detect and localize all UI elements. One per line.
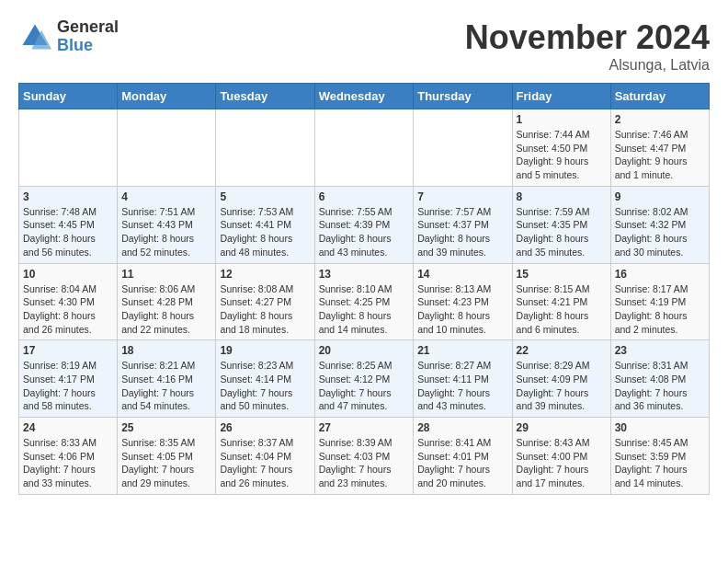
day-cell-27: 27Sunrise: 8:39 AM Sunset: 4:03 PM Dayli…: [314, 418, 414, 495]
day-number: 8: [517, 190, 607, 203]
calendar-body: 1Sunrise: 7:44 AM Sunset: 4:50 PM Daylig…: [19, 109, 710, 495]
logo-blue-text: Blue: [57, 37, 119, 55]
day-number: 14: [417, 268, 507, 281]
day-info: Sunrise: 7:55 AM Sunset: 4:39 PM Dayligh…: [319, 205, 410, 259]
weekday-friday: Friday: [512, 84, 610, 109]
day-number: 16: [615, 268, 705, 281]
day-number: 5: [220, 190, 310, 203]
day-cell-22: 22Sunrise: 8:29 AM Sunset: 4:09 PM Dayli…: [512, 340, 610, 418]
day-number: 1: [517, 113, 607, 126]
day-number: 9: [615, 190, 705, 203]
day-number: 18: [121, 344, 211, 357]
day-cell-19: 19Sunrise: 8:23 AM Sunset: 4:14 PM Dayli…: [216, 340, 314, 418]
empty-cell: [414, 109, 512, 187]
day-info: Sunrise: 8:27 AM Sunset: 4:11 PM Dayligh…: [417, 359, 507, 413]
day-number: 3: [23, 190, 113, 203]
weekday-thursday: Thursday: [414, 84, 512, 109]
day-info: Sunrise: 8:45 AM Sunset: 3:59 PM Dayligh…: [615, 436, 705, 490]
day-info: Sunrise: 7:59 AM Sunset: 4:35 PM Dayligh…: [517, 205, 607, 259]
empty-cell: [19, 109, 118, 187]
day-info: Sunrise: 8:08 AM Sunset: 4:27 PM Dayligh…: [220, 282, 310, 337]
weekday-tuesday: Tuesday: [216, 84, 314, 109]
day-cell-4: 4Sunrise: 7:51 AM Sunset: 4:43 PM Daylig…: [118, 186, 216, 263]
day-cell-24: 24Sunrise: 8:33 AM Sunset: 4:06 PM Dayli…: [19, 418, 118, 495]
day-cell-1: 1Sunrise: 7:44 AM Sunset: 4:50 PM Daylig…: [512, 109, 610, 187]
location-title: Alsunga, Latvia: [465, 57, 710, 74]
day-cell-3: 3Sunrise: 7:48 AM Sunset: 4:45 PM Daylig…: [19, 186, 118, 263]
day-number: 23: [615, 344, 705, 357]
day-info: Sunrise: 8:04 AM Sunset: 4:30 PM Dayligh…: [23, 282, 113, 337]
day-cell-18: 18Sunrise: 8:21 AM Sunset: 4:16 PM Dayli…: [118, 340, 216, 418]
day-cell-2: 2Sunrise: 7:46 AM Sunset: 4:47 PM Daylig…: [610, 109, 709, 187]
day-cell-26: 26Sunrise: 8:37 AM Sunset: 4:04 PM Dayli…: [216, 418, 314, 495]
day-info: Sunrise: 8:23 AM Sunset: 4:14 PM Dayligh…: [220, 359, 310, 413]
day-info: Sunrise: 8:19 AM Sunset: 4:17 PM Dayligh…: [23, 359, 113, 413]
day-cell-11: 11Sunrise: 8:06 AM Sunset: 4:28 PM Dayli…: [118, 263, 216, 340]
day-cell-14: 14Sunrise: 8:13 AM Sunset: 4:23 PM Dayli…: [414, 263, 512, 340]
day-number: 22: [517, 344, 607, 357]
week-row-3: 10Sunrise: 8:04 AM Sunset: 4:30 PM Dayli…: [19, 263, 710, 340]
empty-cell: [118, 109, 216, 187]
day-info: Sunrise: 7:53 AM Sunset: 4:41 PM Dayligh…: [220, 205, 310, 259]
day-info: Sunrise: 8:10 AM Sunset: 4:25 PM Dayligh…: [319, 282, 410, 337]
day-cell-12: 12Sunrise: 8:08 AM Sunset: 4:27 PM Dayli…: [216, 263, 314, 340]
week-row-1: 1Sunrise: 7:44 AM Sunset: 4:50 PM Daylig…: [19, 109, 710, 187]
calendar-table: SundayMondayTuesdayWednesdayThursdayFrid…: [18, 83, 710, 495]
logo-general-text: General: [57, 18, 119, 37]
day-cell-21: 21Sunrise: 8:27 AM Sunset: 4:11 PM Dayli…: [414, 340, 512, 418]
day-cell-30: 30Sunrise: 8:45 AM Sunset: 3:59 PM Dayli…: [610, 418, 709, 495]
week-row-4: 17Sunrise: 8:19 AM Sunset: 4:17 PM Dayli…: [19, 340, 710, 418]
day-number: 29: [517, 421, 607, 434]
empty-cell: [314, 109, 414, 187]
empty-cell: [216, 109, 314, 187]
day-cell-29: 29Sunrise: 8:43 AM Sunset: 4:00 PM Dayli…: [512, 418, 610, 495]
weekday-saturday: Saturday: [610, 84, 709, 109]
weekday-header-row: SundayMondayTuesdayWednesdayThursdayFrid…: [19, 84, 710, 109]
day-info: Sunrise: 8:41 AM Sunset: 4:01 PM Dayligh…: [417, 436, 507, 490]
weekday-wednesday: Wednesday: [314, 84, 414, 109]
logo-icon: [18, 20, 51, 53]
day-info: Sunrise: 7:46 AM Sunset: 4:47 PM Dayligh…: [615, 128, 705, 182]
day-number: 15: [517, 268, 607, 281]
day-info: Sunrise: 7:57 AM Sunset: 4:37 PM Dayligh…: [417, 205, 507, 259]
day-info: Sunrise: 8:13 AM Sunset: 4:23 PM Dayligh…: [417, 282, 507, 337]
day-cell-25: 25Sunrise: 8:35 AM Sunset: 4:05 PM Dayli…: [118, 418, 216, 495]
day-number: 13: [319, 268, 410, 281]
day-cell-17: 17Sunrise: 8:19 AM Sunset: 4:17 PM Dayli…: [19, 340, 118, 418]
day-cell-6: 6Sunrise: 7:55 AM Sunset: 4:39 PM Daylig…: [314, 186, 414, 263]
day-info: Sunrise: 8:17 AM Sunset: 4:19 PM Dayligh…: [615, 282, 705, 337]
day-number: 17: [23, 344, 113, 357]
week-row-5: 24Sunrise: 8:33 AM Sunset: 4:06 PM Dayli…: [19, 418, 710, 495]
day-cell-7: 7Sunrise: 7:57 AM Sunset: 4:37 PM Daylig…: [414, 186, 512, 263]
day-info: Sunrise: 7:48 AM Sunset: 4:45 PM Dayligh…: [23, 205, 113, 259]
day-number: 4: [121, 190, 211, 203]
day-cell-23: 23Sunrise: 8:31 AM Sunset: 4:08 PM Dayli…: [610, 340, 709, 418]
day-number: 11: [121, 268, 211, 281]
day-info: Sunrise: 8:06 AM Sunset: 4:28 PM Dayligh…: [121, 282, 211, 337]
day-info: Sunrise: 8:35 AM Sunset: 4:05 PM Dayligh…: [121, 436, 211, 490]
day-number: 24: [23, 421, 113, 434]
day-number: 28: [417, 421, 507, 434]
weekday-monday: Monday: [118, 84, 216, 109]
day-cell-28: 28Sunrise: 8:41 AM Sunset: 4:01 PM Dayli…: [414, 418, 512, 495]
weekday-sunday: Sunday: [19, 84, 118, 109]
day-info: Sunrise: 7:51 AM Sunset: 4:43 PM Dayligh…: [121, 205, 211, 259]
day-cell-16: 16Sunrise: 8:17 AM Sunset: 4:19 PM Dayli…: [610, 263, 709, 340]
day-info: Sunrise: 8:31 AM Sunset: 4:08 PM Dayligh…: [615, 359, 705, 413]
day-cell-5: 5Sunrise: 7:53 AM Sunset: 4:41 PM Daylig…: [216, 186, 314, 263]
day-number: 7: [417, 190, 507, 203]
title-block: November 2024 Alsunga, Latvia: [465, 18, 710, 74]
day-info: Sunrise: 7:44 AM Sunset: 4:50 PM Dayligh…: [517, 128, 607, 182]
day-cell-13: 13Sunrise: 8:10 AM Sunset: 4:25 PM Dayli…: [314, 263, 414, 340]
day-number: 6: [319, 190, 410, 203]
day-number: 27: [319, 421, 410, 434]
month-title: November 2024: [465, 18, 710, 57]
day-cell-10: 10Sunrise: 8:04 AM Sunset: 4:30 PM Dayli…: [19, 263, 118, 340]
day-info: Sunrise: 8:25 AM Sunset: 4:12 PM Dayligh…: [319, 359, 410, 413]
page-header: General Blue November 2024 Alsunga, Latv…: [18, 18, 710, 74]
day-number: 2: [615, 113, 705, 126]
day-number: 10: [23, 268, 113, 281]
day-info: Sunrise: 8:02 AM Sunset: 4:32 PM Dayligh…: [615, 205, 705, 259]
day-info: Sunrise: 8:29 AM Sunset: 4:09 PM Dayligh…: [517, 359, 607, 413]
day-info: Sunrise: 8:39 AM Sunset: 4:03 PM Dayligh…: [319, 436, 410, 490]
